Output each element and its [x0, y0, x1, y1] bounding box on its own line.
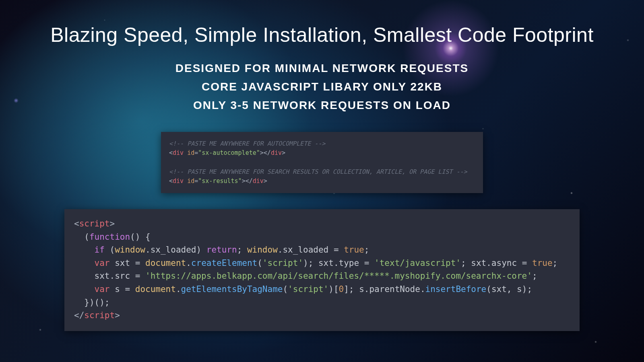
subtitle-1: DESIGNED FOR MINIMAL NETWORK REQUESTS	[175, 62, 469, 75]
code-comment: <!-- PASTE ME ANYWHERE FOR AUTOCOMPLETE …	[169, 140, 325, 147]
subtitle-2: CORE JAVASCRIPT LIBARY ONLY 22KB	[202, 80, 442, 93]
subtitle-3: ONLY 3-5 NETWORK REQUESTS ON LOAD	[193, 99, 451, 112]
slide: Blazing Speed, Simple Installation, Smal…	[0, 0, 644, 362]
slide-title: Blazing Speed, Simple Installation, Smal…	[50, 23, 594, 47]
code-comment: <!-- PASTE ME ANYWHERE FOR SEARCH RESULT…	[169, 168, 467, 175]
code-snippet-js: <script> (function() { if (window.sx_loa…	[64, 209, 580, 331]
code-snippet-html: <!-- PASTE ME ANYWHERE FOR AUTOCOMPLETE …	[161, 132, 483, 193]
